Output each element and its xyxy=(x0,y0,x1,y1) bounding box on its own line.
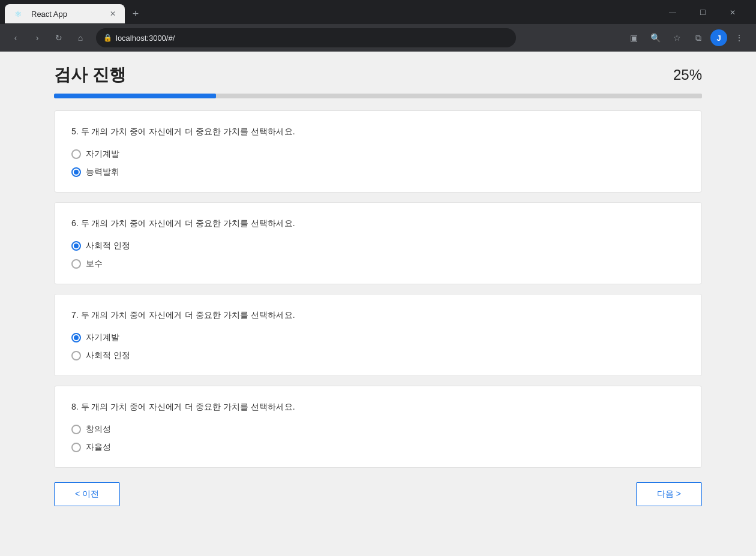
close-button[interactable]: ✕ xyxy=(719,4,746,22)
progress-bar-fill xyxy=(54,94,216,98)
menu-button[interactable]: ⋮ xyxy=(730,28,749,47)
browser-actions: ▣ 🔍 ☆ ⧉ J ⋮ xyxy=(624,28,749,47)
nav-buttons: < 이전 다음 > xyxy=(54,482,702,506)
radio-1-2 xyxy=(71,167,81,177)
next-button[interactable]: 다음 > xyxy=(636,482,702,506)
extensions-button[interactable]: ⧉ xyxy=(689,28,708,47)
question-text-3: 7. 두 개의 가치 중에 자신에게 더 중요한 가치를 선택하세요. xyxy=(71,309,685,321)
option-row-1-2[interactable]: 능력발휘 xyxy=(71,167,685,178)
back-button[interactable]: ‹ xyxy=(7,29,24,46)
question-text-2: 6. 두 개의 가치 중에 자신에게 더 중요한 가치를 선택하세요. xyxy=(71,217,685,230)
address-bar: ‹ › ↻ ⌂ 🔒 localhost:3000/#/ ▣ 🔍 ☆ ⧉ J ⋮ xyxy=(0,24,756,52)
forward-button[interactable]: › xyxy=(29,29,46,46)
radio-inner-1-2 xyxy=(74,170,79,175)
page-content: 검사 진행 25% 5. 두 개의 가치 중에 자신에게 더 중요한 가치를 선… xyxy=(0,52,756,556)
option-label-2-2: 보수 xyxy=(86,259,103,269)
radio-4-2 xyxy=(71,443,81,452)
url-text: localhost:3000/#/ xyxy=(116,34,175,43)
questions-container: 5. 두 개의 가치 중에 자신에게 더 중요한 가치를 선택하세요.자기계발능… xyxy=(54,110,702,468)
tab-title: React App xyxy=(31,10,67,19)
minimize-button[interactable]: — xyxy=(659,4,686,22)
option-row-2-1[interactable]: 사회적 인정 xyxy=(71,241,685,251)
question-card-4: 8. 두 개의 가치 중에 자신에게 더 중요한 가치를 선택하세요.창의성자율… xyxy=(54,386,702,468)
progress-bar-container xyxy=(54,94,702,98)
option-row-1-1[interactable]: 자기계발 xyxy=(71,149,685,160)
tab-bar: ⚛ React App ✕ + — ☐ ✕ xyxy=(0,0,756,24)
option-label-4-2: 자율성 xyxy=(86,442,111,453)
react-icon: ⚛ xyxy=(12,8,24,20)
option-label-1-2: 능력발휘 xyxy=(86,167,119,178)
question-text-4: 8. 두 개의 가치 중에 자신에게 더 중요한 가치를 선택하세요. xyxy=(71,401,685,413)
page-header: 검사 진행 25% xyxy=(54,64,702,86)
new-tab-button[interactable]: + xyxy=(127,5,144,22)
lock-icon: 🔒 xyxy=(103,34,112,42)
option-label-1-1: 자기계발 xyxy=(86,149,119,160)
screenshot-button[interactable]: ▣ xyxy=(624,28,643,47)
option-label-3-2: 사회적 인정 xyxy=(86,350,130,361)
radio-inner-2-1 xyxy=(74,244,79,248)
radio-1-1 xyxy=(71,149,81,159)
question-text-1: 5. 두 개의 가치 중에 자신에게 더 중요한 가치를 선택하세요. xyxy=(71,125,685,138)
option-label-3-1: 자기계발 xyxy=(86,332,119,343)
option-row-4-1[interactable]: 창의성 xyxy=(71,424,685,435)
radio-4-1 xyxy=(71,425,81,434)
tab-close-button[interactable]: ✕ xyxy=(108,9,118,19)
search-button[interactable]: 🔍 xyxy=(646,28,665,47)
bookmark-button[interactable]: ☆ xyxy=(667,28,686,47)
question-card-1: 5. 두 개의 가치 중에 자신에게 더 중요한 가치를 선택하세요.자기계발능… xyxy=(54,110,702,193)
home-button[interactable]: ⌂ xyxy=(72,29,89,46)
browser-chrome: ⚛ React App ✕ + — ☐ ✕ ‹ › ↻ ⌂ 🔒 localhos… xyxy=(0,0,756,52)
radio-3-2 xyxy=(71,351,81,360)
option-label-4-1: 창의성 xyxy=(86,424,111,435)
option-row-3-2[interactable]: 사회적 인정 xyxy=(71,350,685,361)
question-card-2: 6. 두 개의 가치 중에 자신에게 더 중요한 가치를 선택하세요.사회적 인… xyxy=(54,202,702,284)
maximize-button[interactable]: ☐ xyxy=(689,4,716,22)
radio-3-1 xyxy=(71,333,81,342)
question-card-3: 7. 두 개의 가치 중에 자신에게 더 중요한 가치를 선택하세요.자기계발사… xyxy=(54,294,702,376)
option-row-2-2[interactable]: 보수 xyxy=(71,259,685,269)
option-row-4-2[interactable]: 자율성 xyxy=(71,442,685,453)
active-tab[interactable]: ⚛ React App ✕ xyxy=(5,4,125,23)
url-input[interactable]: 🔒 localhost:3000/#/ xyxy=(96,28,516,47)
radio-2-2 xyxy=(71,259,81,269)
option-row-3-1[interactable]: 자기계발 xyxy=(71,332,685,343)
option-label-2-1: 사회적 인정 xyxy=(86,241,130,251)
prev-button[interactable]: < 이전 xyxy=(54,482,120,506)
radio-2-1 xyxy=(71,241,81,251)
window-controls: — ☐ ✕ xyxy=(659,4,751,24)
profile-button[interactable]: J xyxy=(710,29,727,46)
radio-inner-3-1 xyxy=(74,335,79,340)
reload-button[interactable]: ↻ xyxy=(50,29,67,46)
page-title: 검사 진행 xyxy=(54,64,126,86)
progress-percent: 25% xyxy=(673,67,702,83)
